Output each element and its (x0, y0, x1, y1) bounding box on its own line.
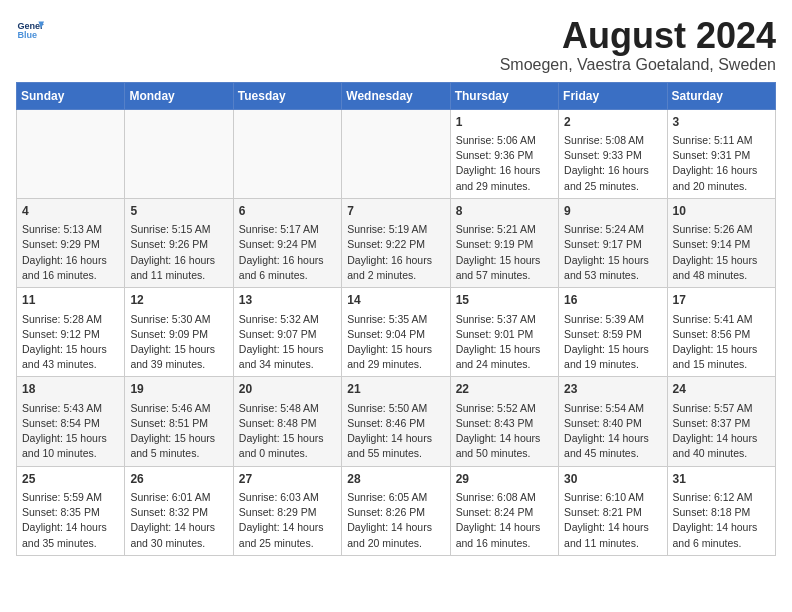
day-number: 7 (347, 203, 444, 220)
day-number: 31 (673, 471, 770, 488)
calendar-week-2: 4Sunrise: 5:13 AMSunset: 9:29 PMDaylight… (17, 198, 776, 287)
calendar-cell: 19Sunrise: 5:46 AMSunset: 8:51 PMDayligh… (125, 377, 233, 466)
day-number: 4 (22, 203, 119, 220)
day-number: 22 (456, 381, 553, 398)
calendar-cell: 10Sunrise: 5:26 AMSunset: 9:14 PMDayligh… (667, 198, 775, 287)
calendar-cell: 9Sunrise: 5:24 AMSunset: 9:17 PMDaylight… (559, 198, 667, 287)
calendar-cell: 20Sunrise: 5:48 AMSunset: 8:48 PMDayligh… (233, 377, 341, 466)
day-number: 8 (456, 203, 553, 220)
day-number: 9 (564, 203, 661, 220)
day-info: Sunrise: 6:12 AMSunset: 8:18 PMDaylight:… (673, 490, 770, 551)
day-info: Sunrise: 5:59 AMSunset: 8:35 PMDaylight:… (22, 490, 119, 551)
calendar-cell: 30Sunrise: 6:10 AMSunset: 8:21 PMDayligh… (559, 466, 667, 555)
calendar-cell (342, 109, 450, 198)
day-number: 3 (673, 114, 770, 131)
calendar-cell: 1Sunrise: 5:06 AMSunset: 9:36 PMDaylight… (450, 109, 558, 198)
day-info: Sunrise: 5:35 AMSunset: 9:04 PMDaylight:… (347, 312, 444, 373)
logo-icon: General Blue (16, 16, 44, 44)
day-number: 17 (673, 292, 770, 309)
calendar-cell: 21Sunrise: 5:50 AMSunset: 8:46 PMDayligh… (342, 377, 450, 466)
day-info: Sunrise: 6:10 AMSunset: 8:21 PMDaylight:… (564, 490, 661, 551)
day-number: 6 (239, 203, 336, 220)
day-info: Sunrise: 5:54 AMSunset: 8:40 PMDaylight:… (564, 401, 661, 462)
svg-text:Blue: Blue (17, 30, 37, 40)
day-number: 11 (22, 292, 119, 309)
calendar-cell: 23Sunrise: 5:54 AMSunset: 8:40 PMDayligh… (559, 377, 667, 466)
header: General Blue August 2024 Smoegen, Vaestr… (16, 16, 776, 74)
day-info: Sunrise: 5:41 AMSunset: 8:56 PMDaylight:… (673, 312, 770, 373)
day-info: Sunrise: 5:57 AMSunset: 8:37 PMDaylight:… (673, 401, 770, 462)
day-info: Sunrise: 6:03 AMSunset: 8:29 PMDaylight:… (239, 490, 336, 551)
day-info: Sunrise: 5:43 AMSunset: 8:54 PMDaylight:… (22, 401, 119, 462)
day-info: Sunrise: 5:15 AMSunset: 9:26 PMDaylight:… (130, 222, 227, 283)
calendar-cell: 25Sunrise: 5:59 AMSunset: 8:35 PMDayligh… (17, 466, 125, 555)
day-info: Sunrise: 6:01 AMSunset: 8:32 PMDaylight:… (130, 490, 227, 551)
day-number: 24 (673, 381, 770, 398)
day-number: 25 (22, 471, 119, 488)
day-number: 13 (239, 292, 336, 309)
day-header-friday: Friday (559, 82, 667, 109)
day-info: Sunrise: 5:52 AMSunset: 8:43 PMDaylight:… (456, 401, 553, 462)
day-info: Sunrise: 6:05 AMSunset: 8:26 PMDaylight:… (347, 490, 444, 551)
calendar-subtitle: Smoegen, Vaestra Goetaland, Sweden (500, 56, 776, 74)
day-number: 2 (564, 114, 661, 131)
day-number: 15 (456, 292, 553, 309)
day-number: 1 (456, 114, 553, 131)
day-number: 28 (347, 471, 444, 488)
day-info: Sunrise: 5:13 AMSunset: 9:29 PMDaylight:… (22, 222, 119, 283)
calendar-cell: 27Sunrise: 6:03 AMSunset: 8:29 PMDayligh… (233, 466, 341, 555)
calendar-title: August 2024 (500, 16, 776, 56)
day-number: 14 (347, 292, 444, 309)
calendar-cell: 14Sunrise: 5:35 AMSunset: 9:04 PMDayligh… (342, 288, 450, 377)
day-info: Sunrise: 5:26 AMSunset: 9:14 PMDaylight:… (673, 222, 770, 283)
day-info: Sunrise: 5:46 AMSunset: 8:51 PMDaylight:… (130, 401, 227, 462)
day-info: Sunrise: 5:17 AMSunset: 9:24 PMDaylight:… (239, 222, 336, 283)
day-number: 18 (22, 381, 119, 398)
day-number: 19 (130, 381, 227, 398)
calendar-cell: 11Sunrise: 5:28 AMSunset: 9:12 PMDayligh… (17, 288, 125, 377)
calendar-cell: 12Sunrise: 5:30 AMSunset: 9:09 PMDayligh… (125, 288, 233, 377)
day-number: 30 (564, 471, 661, 488)
calendar-week-1: 1Sunrise: 5:06 AMSunset: 9:36 PMDaylight… (17, 109, 776, 198)
day-number: 23 (564, 381, 661, 398)
calendar-cell: 16Sunrise: 5:39 AMSunset: 8:59 PMDayligh… (559, 288, 667, 377)
calendar-body: 1Sunrise: 5:06 AMSunset: 9:36 PMDaylight… (17, 109, 776, 555)
day-info: Sunrise: 5:19 AMSunset: 9:22 PMDaylight:… (347, 222, 444, 283)
calendar-cell: 4Sunrise: 5:13 AMSunset: 9:29 PMDaylight… (17, 198, 125, 287)
calendar-cell: 2Sunrise: 5:08 AMSunset: 9:33 PMDaylight… (559, 109, 667, 198)
day-info: Sunrise: 5:28 AMSunset: 9:12 PMDaylight:… (22, 312, 119, 373)
day-info: Sunrise: 5:48 AMSunset: 8:48 PMDaylight:… (239, 401, 336, 462)
day-info: Sunrise: 5:37 AMSunset: 9:01 PMDaylight:… (456, 312, 553, 373)
calendar-cell (17, 109, 125, 198)
day-number: 20 (239, 381, 336, 398)
calendar-table: SundayMondayTuesdayWednesdayThursdayFrid… (16, 82, 776, 556)
calendar-week-4: 18Sunrise: 5:43 AMSunset: 8:54 PMDayligh… (17, 377, 776, 466)
day-header-tuesday: Tuesday (233, 82, 341, 109)
calendar-cell: 13Sunrise: 5:32 AMSunset: 9:07 PMDayligh… (233, 288, 341, 377)
day-info: Sunrise: 5:11 AMSunset: 9:31 PMDaylight:… (673, 133, 770, 194)
day-info: Sunrise: 5:21 AMSunset: 9:19 PMDaylight:… (456, 222, 553, 283)
day-number: 5 (130, 203, 227, 220)
day-info: Sunrise: 5:39 AMSunset: 8:59 PMDaylight:… (564, 312, 661, 373)
day-info: Sunrise: 6:08 AMSunset: 8:24 PMDaylight:… (456, 490, 553, 551)
day-number: 12 (130, 292, 227, 309)
calendar-cell: 5Sunrise: 5:15 AMSunset: 9:26 PMDaylight… (125, 198, 233, 287)
day-header-wednesday: Wednesday (342, 82, 450, 109)
calendar-cell (125, 109, 233, 198)
day-info: Sunrise: 5:06 AMSunset: 9:36 PMDaylight:… (456, 133, 553, 194)
calendar-cell: 26Sunrise: 6:01 AMSunset: 8:32 PMDayligh… (125, 466, 233, 555)
day-header-sunday: Sunday (17, 82, 125, 109)
calendar-cell: 17Sunrise: 5:41 AMSunset: 8:56 PMDayligh… (667, 288, 775, 377)
calendar-cell: 7Sunrise: 5:19 AMSunset: 9:22 PMDaylight… (342, 198, 450, 287)
calendar-cell: 18Sunrise: 5:43 AMSunset: 8:54 PMDayligh… (17, 377, 125, 466)
calendar-cell: 22Sunrise: 5:52 AMSunset: 8:43 PMDayligh… (450, 377, 558, 466)
calendar-week-3: 11Sunrise: 5:28 AMSunset: 9:12 PMDayligh… (17, 288, 776, 377)
calendar-cell: 8Sunrise: 5:21 AMSunset: 9:19 PMDaylight… (450, 198, 558, 287)
title-area: August 2024 Smoegen, Vaestra Goetaland, … (500, 16, 776, 74)
calendar-cell: 28Sunrise: 6:05 AMSunset: 8:26 PMDayligh… (342, 466, 450, 555)
day-number: 21 (347, 381, 444, 398)
calendar-cell: 29Sunrise: 6:08 AMSunset: 8:24 PMDayligh… (450, 466, 558, 555)
logo: General Blue (16, 16, 44, 44)
day-number: 29 (456, 471, 553, 488)
day-info: Sunrise: 5:24 AMSunset: 9:17 PMDaylight:… (564, 222, 661, 283)
